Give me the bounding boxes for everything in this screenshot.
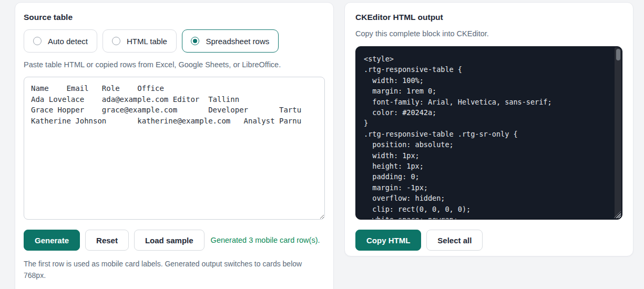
source-mode-group: Auto detect HTML table Spreadsheet rows — [24, 29, 325, 53]
output-actions-row: Copy HTML Select all — [355, 230, 622, 251]
mode-auto-detect-label: Auto detect — [48, 37, 88, 46]
source-footnote: The first row is used as mobile card lab… — [24, 258, 325, 281]
output-helper-text: Copy this complete block into CKEditor. — [355, 28, 622, 39]
radio-unselected-icon — [112, 37, 120, 45]
code-scrollbar-track[interactable] — [615, 47, 621, 219]
radio-selected-icon — [191, 37, 199, 45]
generation-status-message: Generated 3 mobile card row(s). — [211, 236, 320, 244]
source-table-input[interactable] — [24, 77, 325, 220]
source-helper-text: Paste table HTML or copied rows from Exc… — [24, 59, 325, 70]
code-output-container — [355, 46, 622, 220]
radio-unselected-icon — [33, 37, 42, 45]
generate-button[interactable]: Generate — [24, 230, 80, 251]
source-actions-row: Generate Reset Load sample Generated 3 m… — [24, 230, 325, 251]
mode-html-table-label: HTML table — [127, 37, 167, 46]
source-panel-title: Source table — [24, 12, 325, 23]
mode-auto-detect[interactable]: Auto detect — [24, 29, 97, 53]
load-sample-button[interactable]: Load sample — [134, 230, 205, 251]
output-panel-title: CKEditor HTML output — [355, 12, 622, 23]
mode-spreadsheet-rows-label: Spreadsheet rows — [206, 37, 269, 46]
html-output-code[interactable] — [355, 46, 622, 220]
code-scrollbar-thumb[interactable] — [616, 49, 620, 60]
mode-spreadsheet-rows[interactable]: Spreadsheet rows — [182, 29, 279, 53]
mode-html-table[interactable]: HTML table — [103, 29, 177, 53]
source-table-panel: Source table Auto detect HTML table Spre… — [15, 2, 334, 289]
copy-html-button[interactable]: Copy HTML — [355, 230, 421, 251]
ckeditor-output-panel: CKEditor HTML output Copy this complete … — [344, 2, 633, 256]
page: Source table Auto detect HTML table Spre… — [0, 0, 644, 289]
reset-button[interactable]: Reset — [85, 230, 129, 251]
select-all-button[interactable]: Select all — [426, 230, 483, 251]
